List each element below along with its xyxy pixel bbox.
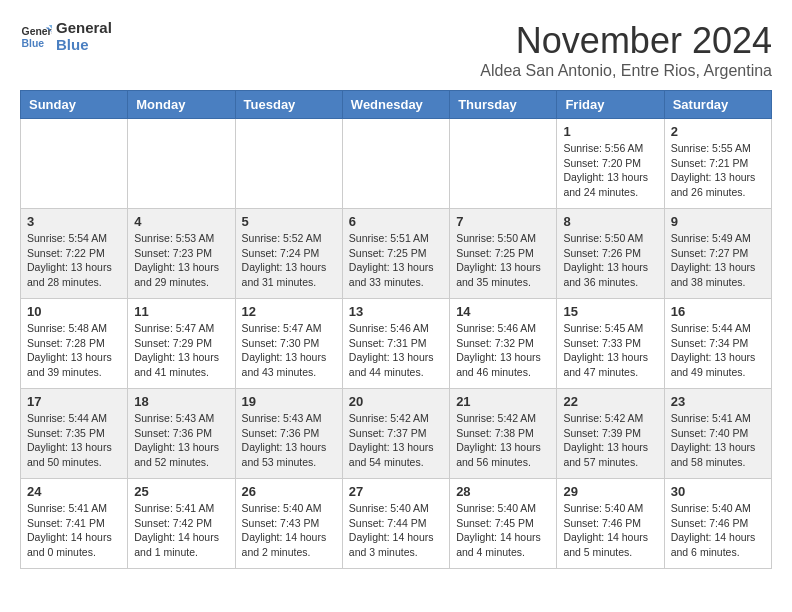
calendar-cell: 30Sunrise: 5:40 AM Sunset: 7:46 PM Dayli… <box>664 479 771 569</box>
day-number: 26 <box>242 484 336 499</box>
day-number: 13 <box>349 304 443 319</box>
weekday-header-wednesday: Wednesday <box>342 91 449 119</box>
day-info: Sunrise: 5:40 AM Sunset: 7:44 PM Dayligh… <box>349 501 443 560</box>
day-info: Sunrise: 5:42 AM Sunset: 7:37 PM Dayligh… <box>349 411 443 470</box>
svg-text:Blue: Blue <box>22 37 45 48</box>
day-info: Sunrise: 5:41 AM Sunset: 7:40 PM Dayligh… <box>671 411 765 470</box>
calendar-cell: 11Sunrise: 5:47 AM Sunset: 7:29 PM Dayli… <box>128 299 235 389</box>
day-info: Sunrise: 5:44 AM Sunset: 7:34 PM Dayligh… <box>671 321 765 380</box>
day-number: 4 <box>134 214 228 229</box>
day-number: 10 <box>27 304 121 319</box>
calendar-cell: 23Sunrise: 5:41 AM Sunset: 7:40 PM Dayli… <box>664 389 771 479</box>
day-number: 5 <box>242 214 336 229</box>
calendar-cell: 7Sunrise: 5:50 AM Sunset: 7:25 PM Daylig… <box>450 209 557 299</box>
calendar-cell: 12Sunrise: 5:47 AM Sunset: 7:30 PM Dayli… <box>235 299 342 389</box>
calendar-week-2: 3Sunrise: 5:54 AM Sunset: 7:22 PM Daylig… <box>21 209 772 299</box>
day-info: Sunrise: 5:51 AM Sunset: 7:25 PM Dayligh… <box>349 231 443 290</box>
day-info: Sunrise: 5:43 AM Sunset: 7:36 PM Dayligh… <box>134 411 228 470</box>
day-info: Sunrise: 5:47 AM Sunset: 7:29 PM Dayligh… <box>134 321 228 380</box>
calendar-cell: 17Sunrise: 5:44 AM Sunset: 7:35 PM Dayli… <box>21 389 128 479</box>
day-number: 2 <box>671 124 765 139</box>
day-info: Sunrise: 5:45 AM Sunset: 7:33 PM Dayligh… <box>563 321 657 380</box>
calendar-cell: 16Sunrise: 5:44 AM Sunset: 7:34 PM Dayli… <box>664 299 771 389</box>
day-number: 7 <box>456 214 550 229</box>
month-title: November 2024 <box>480 20 772 62</box>
day-info: Sunrise: 5:54 AM Sunset: 7:22 PM Dayligh… <box>27 231 121 290</box>
calendar-cell <box>21 119 128 209</box>
location-subtitle: Aldea San Antonio, Entre Rios, Argentina <box>480 62 772 80</box>
day-info: Sunrise: 5:52 AM Sunset: 7:24 PM Dayligh… <box>242 231 336 290</box>
calendar-cell: 3Sunrise: 5:54 AM Sunset: 7:22 PM Daylig… <box>21 209 128 299</box>
calendar-cell: 13Sunrise: 5:46 AM Sunset: 7:31 PM Dayli… <box>342 299 449 389</box>
day-number: 11 <box>134 304 228 319</box>
day-info: Sunrise: 5:50 AM Sunset: 7:26 PM Dayligh… <box>563 231 657 290</box>
day-number: 12 <box>242 304 336 319</box>
day-number: 22 <box>563 394 657 409</box>
title-area: November 2024 Aldea San Antonio, Entre R… <box>480 20 772 80</box>
day-info: Sunrise: 5:42 AM Sunset: 7:39 PM Dayligh… <box>563 411 657 470</box>
day-number: 17 <box>27 394 121 409</box>
day-info: Sunrise: 5:46 AM Sunset: 7:31 PM Dayligh… <box>349 321 443 380</box>
day-number: 28 <box>456 484 550 499</box>
calendar-cell: 8Sunrise: 5:50 AM Sunset: 7:26 PM Daylig… <box>557 209 664 299</box>
day-info: Sunrise: 5:49 AM Sunset: 7:27 PM Dayligh… <box>671 231 765 290</box>
day-info: Sunrise: 5:40 AM Sunset: 7:46 PM Dayligh… <box>563 501 657 560</box>
calendar-cell: 29Sunrise: 5:40 AM Sunset: 7:46 PM Dayli… <box>557 479 664 569</box>
logo: General Blue General Blue <box>20 20 112 53</box>
calendar-cell: 9Sunrise: 5:49 AM Sunset: 7:27 PM Daylig… <box>664 209 771 299</box>
day-info: Sunrise: 5:40 AM Sunset: 7:45 PM Dayligh… <box>456 501 550 560</box>
logo-icon: General Blue <box>20 21 52 53</box>
day-info: Sunrise: 5:53 AM Sunset: 7:23 PM Dayligh… <box>134 231 228 290</box>
day-info: Sunrise: 5:41 AM Sunset: 7:42 PM Dayligh… <box>134 501 228 560</box>
calendar-week-4: 17Sunrise: 5:44 AM Sunset: 7:35 PM Dayli… <box>21 389 772 479</box>
day-info: Sunrise: 5:43 AM Sunset: 7:36 PM Dayligh… <box>242 411 336 470</box>
calendar-cell: 19Sunrise: 5:43 AM Sunset: 7:36 PM Dayli… <box>235 389 342 479</box>
day-info: Sunrise: 5:46 AM Sunset: 7:32 PM Dayligh… <box>456 321 550 380</box>
day-info: Sunrise: 5:42 AM Sunset: 7:38 PM Dayligh… <box>456 411 550 470</box>
calendar-week-5: 24Sunrise: 5:41 AM Sunset: 7:41 PM Dayli… <box>21 479 772 569</box>
calendar-table: SundayMondayTuesdayWednesdayThursdayFrid… <box>20 90 772 569</box>
calendar-cell: 20Sunrise: 5:42 AM Sunset: 7:37 PM Dayli… <box>342 389 449 479</box>
weekday-header-friday: Friday <box>557 91 664 119</box>
calendar-cell: 27Sunrise: 5:40 AM Sunset: 7:44 PM Dayli… <box>342 479 449 569</box>
day-info: Sunrise: 5:41 AM Sunset: 7:41 PM Dayligh… <box>27 501 121 560</box>
day-number: 3 <box>27 214 121 229</box>
calendar-cell: 18Sunrise: 5:43 AM Sunset: 7:36 PM Dayli… <box>128 389 235 479</box>
day-number: 18 <box>134 394 228 409</box>
day-info: Sunrise: 5:44 AM Sunset: 7:35 PM Dayligh… <box>27 411 121 470</box>
calendar-cell: 22Sunrise: 5:42 AM Sunset: 7:39 PM Dayli… <box>557 389 664 479</box>
day-number: 15 <box>563 304 657 319</box>
calendar-week-3: 10Sunrise: 5:48 AM Sunset: 7:28 PM Dayli… <box>21 299 772 389</box>
calendar-cell: 24Sunrise: 5:41 AM Sunset: 7:41 PM Dayli… <box>21 479 128 569</box>
calendar-cell <box>235 119 342 209</box>
calendar-cell: 1Sunrise: 5:56 AM Sunset: 7:20 PM Daylig… <box>557 119 664 209</box>
calendar-cell <box>128 119 235 209</box>
day-info: Sunrise: 5:40 AM Sunset: 7:46 PM Dayligh… <box>671 501 765 560</box>
day-number: 9 <box>671 214 765 229</box>
day-info: Sunrise: 5:55 AM Sunset: 7:21 PM Dayligh… <box>671 141 765 200</box>
day-info: Sunrise: 5:47 AM Sunset: 7:30 PM Dayligh… <box>242 321 336 380</box>
weekday-header-saturday: Saturday <box>664 91 771 119</box>
day-number: 25 <box>134 484 228 499</box>
day-number: 8 <box>563 214 657 229</box>
day-number: 20 <box>349 394 443 409</box>
weekday-header-sunday: Sunday <box>21 91 128 119</box>
calendar-cell: 6Sunrise: 5:51 AM Sunset: 7:25 PM Daylig… <box>342 209 449 299</box>
day-number: 19 <box>242 394 336 409</box>
day-number: 21 <box>456 394 550 409</box>
calendar-cell <box>450 119 557 209</box>
weekday-header-monday: Monday <box>128 91 235 119</box>
day-info: Sunrise: 5:56 AM Sunset: 7:20 PM Dayligh… <box>563 141 657 200</box>
day-number: 1 <box>563 124 657 139</box>
day-number: 14 <box>456 304 550 319</box>
calendar-cell <box>342 119 449 209</box>
calendar-cell: 21Sunrise: 5:42 AM Sunset: 7:38 PM Dayli… <box>450 389 557 479</box>
calendar-cell: 15Sunrise: 5:45 AM Sunset: 7:33 PM Dayli… <box>557 299 664 389</box>
day-number: 16 <box>671 304 765 319</box>
day-number: 6 <box>349 214 443 229</box>
day-number: 30 <box>671 484 765 499</box>
calendar-cell: 26Sunrise: 5:40 AM Sunset: 7:43 PM Dayli… <box>235 479 342 569</box>
calendar-cell: 2Sunrise: 5:55 AM Sunset: 7:21 PM Daylig… <box>664 119 771 209</box>
calendar-cell: 14Sunrise: 5:46 AM Sunset: 7:32 PM Dayli… <box>450 299 557 389</box>
day-number: 29 <box>563 484 657 499</box>
